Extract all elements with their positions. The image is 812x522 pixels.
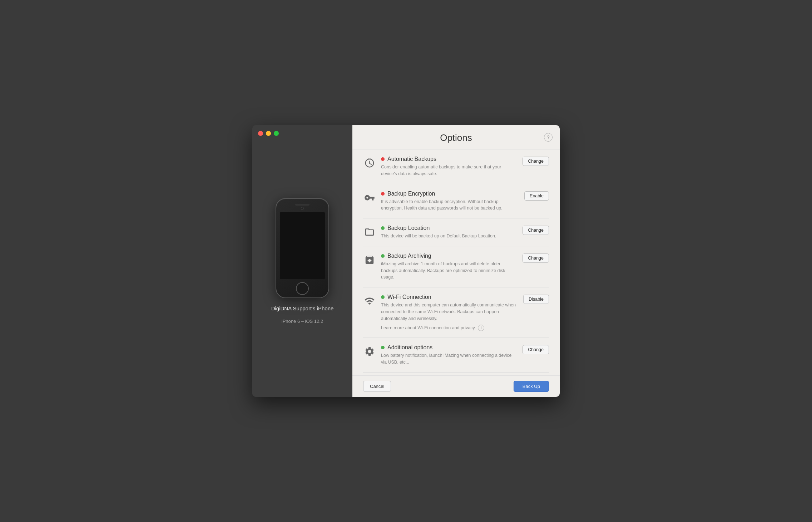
archive-icon (363, 253, 376, 266)
backup-location-action: Change (523, 226, 549, 235)
device-name: DigiDNA Support's iPhone (271, 305, 334, 311)
automatic-backups-status (381, 157, 385, 161)
backup-encryption-title-row: Backup Encryption (381, 191, 519, 197)
clock-icon (363, 157, 376, 169)
traffic-lights (258, 131, 279, 136)
backup-archiving-change-button[interactable]: Change (523, 253, 549, 263)
device-model: iPhone 6 – iOS 12.2 (282, 319, 323, 324)
wifi-connection-disable-button[interactable]: Disable (523, 295, 549, 304)
option-row-additional-options: Additional options Low battery notificat… (363, 338, 549, 373)
backup-archiving-desc: iMazing will archive 1 month of backups … (381, 261, 518, 281)
additional-options-status (381, 346, 385, 349)
backup-encryption-enable-button[interactable]: Enable (524, 191, 549, 201)
footer: Cancel Back Up (352, 375, 560, 397)
wifi-connection-body: Wi-Fi Connection This device and this co… (381, 294, 518, 331)
backup-button[interactable]: Back Up (514, 381, 549, 392)
maximize-button[interactable] (274, 131, 279, 136)
minimize-button[interactable] (266, 131, 271, 136)
cancel-button[interactable]: Cancel (363, 381, 391, 392)
automatic-backups-title-row: Automatic Backups (381, 156, 518, 162)
phone-home-button (296, 282, 309, 295)
wifi-connection-action: Disable (523, 295, 549, 304)
automatic-backups-change-button[interactable]: Change (523, 157, 549, 166)
phone-camera (301, 207, 304, 210)
phone-screen (280, 212, 325, 279)
additional-options-desc: Low battery notification, launch iMazing… (381, 352, 518, 366)
backup-archiving-body: Backup Archiving iMazing will archive 1 … (381, 253, 518, 281)
automatic-backups-title: Automatic Backups (387, 156, 436, 162)
backup-encryption-title: Backup Encryption (387, 191, 435, 197)
additional-options-title: Additional options (387, 344, 432, 351)
gear-icon (363, 345, 376, 358)
phone-container: DigiDNA Support's iPhone iPhone 6 – iOS … (271, 198, 334, 324)
options-list: Automatic Backups Consider enabling auto… (352, 149, 560, 375)
backup-encryption-status (381, 192, 385, 196)
close-button[interactable] (258, 131, 263, 136)
backup-encryption-desc: It is advisable to enable backup encrypt… (381, 198, 519, 212)
backup-location-title-row: Backup Location (381, 225, 518, 231)
additional-options-change-button[interactable]: Change (523, 345, 549, 354)
key-icon (363, 191, 376, 204)
option-row-wifi-connection: Wi-Fi Connection This device and this co… (363, 287, 549, 338)
backup-archiving-status (381, 254, 385, 258)
backup-location-status (381, 226, 385, 230)
left-panel: DigiDNA Support's iPhone iPhone 6 – iOS … (252, 125, 352, 397)
learn-more-row: Learn more about Wi-Fi connection and pr… (381, 325, 518, 331)
automatic-backups-desc: Consider enabling automatic backups to m… (381, 164, 518, 177)
wifi-connection-status (381, 295, 385, 299)
backup-location-body: Backup Location This device will be back… (381, 225, 518, 240)
automatic-backups-body: Automatic Backups Consider enabling auto… (381, 156, 518, 177)
option-row-backup-archiving: Backup Archiving iMazing will archive 1 … (363, 246, 549, 287)
backup-location-desc: This device will be backed up on Default… (381, 233, 518, 240)
backup-encryption-action: Enable (524, 191, 549, 201)
app-window: DigiDNA Support's iPhone iPhone 6 – iOS … (252, 125, 560, 397)
additional-options-body: Additional options Low battery notificat… (381, 344, 518, 366)
wifi-connection-title-row: Wi-Fi Connection (381, 294, 518, 300)
backup-location-change-button[interactable]: Change (523, 226, 549, 235)
page-title: Options (363, 132, 549, 143)
backup-archiving-action: Change (523, 253, 549, 263)
backup-archiving-title: Backup Archiving (387, 253, 431, 259)
backup-location-title: Backup Location (387, 225, 430, 231)
additional-options-action: Change (523, 345, 549, 354)
phone-speaker (295, 204, 310, 206)
option-row-backup-encryption: Backup Encryption It is advisable to ena… (363, 184, 549, 219)
options-header: Options ? (352, 125, 560, 149)
wifi-icon (363, 295, 376, 307)
option-row-backup-location: Backup Location This device will be back… (363, 218, 549, 246)
wifi-connection-title: Wi-Fi Connection (387, 294, 431, 300)
info-icon[interactable]: i (478, 325, 484, 331)
option-row-automatic-backups: Automatic Backups Consider enabling auto… (363, 149, 549, 184)
phone-frame (276, 198, 329, 298)
automatic-backups-action: Change (523, 157, 549, 166)
right-panel: Options ? Automatic Backups (352, 125, 560, 397)
help-button[interactable]: ? (544, 133, 553, 142)
backup-encryption-body: Backup Encryption It is advisable to ena… (381, 191, 519, 212)
additional-options-title-row: Additional options (381, 344, 518, 351)
backup-archiving-title-row: Backup Archiving (381, 253, 518, 259)
wifi-connection-desc: This device and this computer can automa… (381, 302, 518, 322)
folder-icon (363, 226, 376, 238)
learn-more-text: Learn more about Wi-Fi connection and pr… (381, 325, 476, 330)
